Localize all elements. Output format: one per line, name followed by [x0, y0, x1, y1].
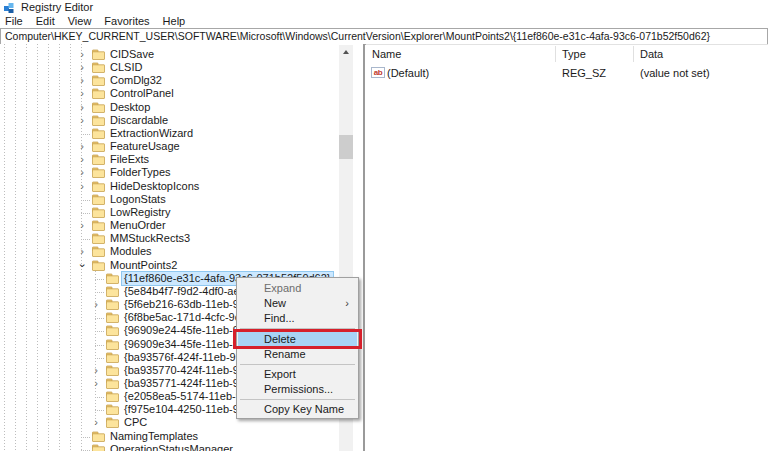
chevron-collapsed-icon[interactable]: ›: [90, 377, 102, 390]
tree-connector: [81, 437, 90, 438]
tree-item[interactable]: ›CLSID: [0, 61, 363, 74]
folder-icon: [92, 181, 105, 194]
chevron-collapsed-icon[interactable]: ›: [90, 416, 102, 429]
pane-divider[interactable]: [363, 44, 365, 451]
address-bar[interactable]: Computer\HKEY_CURRENT_USER\SOFTWARE\Micr…: [0, 28, 768, 45]
tree-item[interactable]: ›MountPoints2: [0, 259, 363, 272]
menu-separator: [240, 399, 355, 400]
scrollbar-thumb[interactable]: [339, 135, 353, 159]
folder-icon: [92, 141, 105, 154]
chevron-collapsed-icon[interactable]: ›: [76, 140, 88, 153]
tree-item[interactable]: MMStuckRects3: [0, 232, 363, 245]
chevron-collapsed-icon[interactable]: ›: [76, 114, 88, 127]
menu-favorites[interactable]: Favorites: [104, 15, 149, 28]
folder-icon: [92, 62, 105, 75]
tree-connector: [81, 213, 90, 214]
folder-icon: [92, 220, 105, 233]
tree-connector: [95, 345, 104, 346]
tree-connector: [95, 292, 104, 293]
folder-icon: [92, 102, 105, 115]
tree-item[interactable]: LogonStats: [0, 193, 363, 206]
title-bar: Registry Editor: [0, 0, 768, 15]
chevron-collapsed-icon[interactable]: ›: [76, 180, 88, 193]
folder-icon: [106, 273, 119, 286]
column-header-data[interactable]: Data: [640, 48, 663, 60]
menu-file[interactable]: File: [5, 15, 23, 28]
tree-item-label: MMStuckRects3: [108, 232, 192, 245]
folder-icon: [106, 325, 119, 338]
column-header-name[interactable]: Name: [372, 48, 401, 60]
chevron-collapsed-icon[interactable]: ›: [90, 298, 102, 311]
context-menu-item-permissions[interactable]: Permissions...: [238, 382, 357, 397]
tree-item-label: Modules: [108, 245, 154, 258]
folder-icon: [92, 128, 105, 141]
tree-item[interactable]: OperationStatusManager: [0, 443, 363, 451]
value-name: (Default): [387, 67, 429, 79]
chevron-collapsed-icon[interactable]: ›: [76, 74, 88, 87]
tree-item[interactable]: ExtractionWizard: [0, 127, 363, 140]
tree-item[interactable]: ›ControlPanel: [0, 87, 363, 100]
folder-icon: [92, 167, 105, 180]
folder-icon: [106, 417, 119, 430]
tree-item-label: MenuOrder: [108, 219, 168, 232]
tree-item[interactable]: ›FileExts: [0, 153, 363, 166]
context-menu-item-export[interactable]: Export: [238, 367, 357, 382]
menu-view[interactable]: View: [68, 15, 92, 28]
tree-item-label: FileExts: [108, 153, 151, 166]
tree-item[interactable]: NamingTemplates: [0, 430, 363, 443]
tree-item[interactable]: ›FeatureUsage: [0, 140, 363, 153]
chevron-collapsed-icon[interactable]: ›: [90, 364, 102, 377]
chevron-collapsed-icon[interactable]: ›: [76, 245, 88, 258]
folder-icon: [92, 75, 105, 88]
value-type: REG_SZ: [562, 67, 606, 79]
folder-icon: [92, 88, 105, 101]
tree-item[interactable]: ›ComDlg32: [0, 74, 363, 87]
folder-icon: [92, 246, 105, 259]
chevron-collapsed-icon[interactable]: ›: [76, 101, 88, 114]
menu-help[interactable]: Help: [163, 15, 186, 28]
menu-separator: [240, 364, 355, 365]
folder-icon: [106, 378, 119, 391]
context-menu-item-new[interactable]: New›: [238, 296, 357, 311]
column-separator[interactable]: [555, 46, 556, 62]
chevron-collapsed-icon[interactable]: ›: [76, 87, 88, 100]
tree-item-label: Discardable: [108, 114, 170, 127]
menu-edit[interactable]: Edit: [36, 15, 55, 28]
folder-icon: [92, 194, 105, 207]
context-menu: ExpandNew›Find...DeleteRenameExportPermi…: [236, 277, 359, 419]
chevron-collapsed-icon[interactable]: ›: [76, 219, 88, 232]
column-header-type[interactable]: Type: [562, 48, 586, 60]
tree-item[interactable]: LowRegistry: [0, 206, 363, 219]
tree-item-label: HideDesktopIcons: [108, 180, 201, 193]
folder-icon: [92, 444, 105, 451]
tree-item[interactable]: ›MenuOrder: [0, 219, 363, 232]
chevron-collapsed-icon[interactable]: ›: [76, 48, 88, 61]
tree-connector: [95, 410, 104, 411]
string-value-icon: ab: [371, 67, 385, 78]
chevron-collapsed-icon[interactable]: ›: [76, 153, 88, 166]
tree-item[interactable]: ›CIDSave: [0, 48, 363, 61]
chevron-expanded-icon[interactable]: ›: [76, 259, 89, 271]
folder-icon: [92, 115, 105, 128]
chevron-collapsed-icon[interactable]: ›: [76, 61, 88, 74]
tree-item[interactable]: ›FolderTypes: [0, 166, 363, 179]
context-menu-item-copy-key-name[interactable]: Copy Key Name: [238, 402, 357, 417]
value-data: (value not set): [640, 67, 710, 79]
folder-icon: [106, 339, 119, 352]
registry-editor-icon: [4, 2, 16, 16]
column-separator[interactable]: [633, 46, 634, 62]
folder-icon: [106, 404, 119, 417]
context-menu-item-find[interactable]: Find...: [238, 311, 357, 326]
folder-icon: [106, 299, 119, 312]
folder-icon: [106, 365, 119, 378]
tree-item[interactable]: ›Modules: [0, 245, 363, 258]
tree-connector: [81, 200, 90, 201]
tree-item[interactable]: ›Discardable: [0, 114, 363, 127]
folder-icon: [92, 49, 105, 62]
tree-item[interactable]: ›HideDesktopIcons: [0, 180, 363, 193]
tree-item[interactable]: ›Desktop: [0, 101, 363, 114]
annotation-box: [233, 329, 362, 349]
scroll-up-icon[interactable]: [343, 50, 349, 54]
folder-icon: [92, 260, 105, 273]
chevron-collapsed-icon[interactable]: ›: [76, 166, 88, 179]
